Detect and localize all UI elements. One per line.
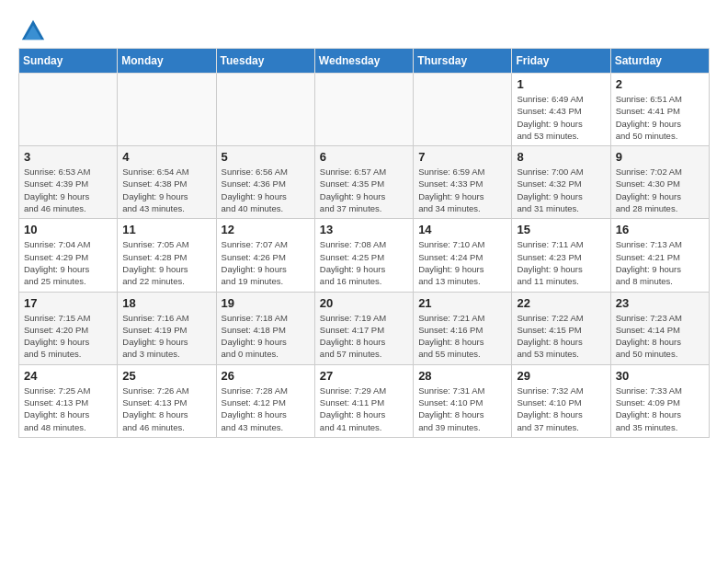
day-number: 21 bbox=[418, 296, 506, 310]
day-cell: 15Sunrise: 7:11 AM Sunset: 4:23 PM Dayli… bbox=[512, 219, 610, 292]
header-row: SundayMondayTuesdayWednesdayThursdayFrid… bbox=[19, 49, 710, 74]
day-cell bbox=[216, 74, 314, 146]
day-cell: 2Sunrise: 6:51 AM Sunset: 4:41 PM Daylig… bbox=[610, 74, 709, 146]
day-info: Sunrise: 7:05 AM Sunset: 4:28 PM Dayligh… bbox=[122, 238, 210, 287]
day-number: 11 bbox=[122, 223, 210, 236]
day-cell: 4Sunrise: 6:54 AM Sunset: 4:38 PM Daylig… bbox=[118, 146, 216, 219]
day-number: 29 bbox=[517, 369, 605, 383]
logo-icon bbox=[20, 18, 46, 44]
day-cell: 3Sunrise: 6:53 AM Sunset: 4:39 PM Daylig… bbox=[19, 146, 118, 219]
day-info: Sunrise: 6:57 AM Sunset: 4:35 PM Dayligh… bbox=[320, 166, 408, 214]
day-info: Sunrise: 6:54 AM Sunset: 4:38 PM Dayligh… bbox=[122, 166, 210, 214]
day-info: Sunrise: 7:31 AM Sunset: 4:10 PM Dayligh… bbox=[418, 385, 506, 433]
day-cell: 24Sunrise: 7:25 AM Sunset: 4:13 PM Dayli… bbox=[19, 364, 118, 437]
day-cell: 9Sunrise: 7:02 AM Sunset: 4:30 PM Daylig… bbox=[610, 146, 709, 219]
day-cell: 10Sunrise: 7:04 AM Sunset: 4:29 PM Dayli… bbox=[19, 219, 118, 292]
day-number: 22 bbox=[517, 296, 605, 310]
day-info: Sunrise: 6:51 AM Sunset: 4:41 PM Dayligh… bbox=[616, 93, 704, 142]
day-cell: 22Sunrise: 7:22 AM Sunset: 4:15 PM Dayli… bbox=[512, 292, 610, 364]
day-cell bbox=[19, 74, 118, 146]
day-cell: 16Sunrise: 7:13 AM Sunset: 4:21 PM Dayli… bbox=[610, 219, 709, 292]
day-number: 13 bbox=[320, 223, 408, 236]
day-cell: 7Sunrise: 6:59 AM Sunset: 4:33 PM Daylig… bbox=[414, 146, 512, 219]
header-cell-friday: Friday bbox=[512, 49, 610, 74]
day-number: 16 bbox=[616, 223, 704, 236]
day-info: Sunrise: 7:11 AM Sunset: 4:23 PM Dayligh… bbox=[517, 238, 605, 287]
day-info: Sunrise: 7:10 AM Sunset: 4:24 PM Dayligh… bbox=[418, 238, 506, 287]
day-cell bbox=[118, 74, 216, 146]
day-info: Sunrise: 7:28 AM Sunset: 4:12 PM Dayligh… bbox=[222, 385, 310, 433]
day-number: 19 bbox=[222, 296, 310, 310]
day-info: Sunrise: 7:16 AM Sunset: 4:19 PM Dayligh… bbox=[122, 312, 210, 361]
calendar-header: SundayMondayTuesdayWednesdayThursdayFrid… bbox=[19, 49, 710, 74]
calendar-table: SundayMondayTuesdayWednesdayThursdayFrid… bbox=[18, 48, 710, 438]
day-cell: 14Sunrise: 7:10 AM Sunset: 4:24 PM Dayli… bbox=[414, 219, 512, 292]
week-row-1: 3Sunrise: 6:53 AM Sunset: 4:39 PM Daylig… bbox=[19, 146, 710, 219]
day-info: Sunrise: 7:23 AM Sunset: 4:14 PM Dayligh… bbox=[616, 312, 704, 361]
day-number: 8 bbox=[517, 150, 605, 164]
day-cell: 18Sunrise: 7:16 AM Sunset: 4:19 PM Dayli… bbox=[118, 292, 216, 364]
day-number: 10 bbox=[24, 223, 112, 236]
day-info: Sunrise: 7:19 AM Sunset: 4:17 PM Dayligh… bbox=[320, 312, 408, 361]
week-row-3: 17Sunrise: 7:15 AM Sunset: 4:20 PM Dayli… bbox=[19, 292, 710, 364]
day-cell: 8Sunrise: 7:00 AM Sunset: 4:32 PM Daylig… bbox=[512, 146, 610, 219]
day-cell: 12Sunrise: 7:07 AM Sunset: 4:26 PM Dayli… bbox=[216, 219, 314, 292]
week-row-0: 1Sunrise: 6:49 AM Sunset: 4:43 PM Daylig… bbox=[19, 74, 710, 146]
day-info: Sunrise: 7:21 AM Sunset: 4:16 PM Dayligh… bbox=[418, 312, 506, 361]
day-cell: 19Sunrise: 7:18 AM Sunset: 4:18 PM Dayli… bbox=[216, 292, 314, 364]
day-number: 6 bbox=[320, 150, 408, 164]
day-cell: 21Sunrise: 7:21 AM Sunset: 4:16 PM Dayli… bbox=[414, 292, 512, 364]
day-number: 30 bbox=[616, 369, 704, 383]
header-cell-tuesday: Tuesday bbox=[216, 49, 314, 74]
day-info: Sunrise: 7:33 AM Sunset: 4:09 PM Dayligh… bbox=[616, 385, 704, 433]
day-number: 25 bbox=[122, 369, 210, 383]
day-number: 24 bbox=[24, 369, 112, 383]
day-number: 2 bbox=[616, 77, 704, 91]
day-cell: 23Sunrise: 7:23 AM Sunset: 4:14 PM Dayli… bbox=[610, 292, 709, 364]
day-info: Sunrise: 7:15 AM Sunset: 4:20 PM Dayligh… bbox=[24, 312, 112, 361]
week-row-4: 24Sunrise: 7:25 AM Sunset: 4:13 PM Dayli… bbox=[19, 364, 710, 437]
day-cell: 17Sunrise: 7:15 AM Sunset: 4:20 PM Dayli… bbox=[19, 292, 118, 364]
calendar-body: 1Sunrise: 6:49 AM Sunset: 4:43 PM Daylig… bbox=[19, 74, 710, 438]
day-info: Sunrise: 7:32 AM Sunset: 4:10 PM Dayligh… bbox=[517, 385, 605, 433]
day-info: Sunrise: 6:49 AM Sunset: 4:43 PM Dayligh… bbox=[517, 93, 605, 142]
day-info: Sunrise: 6:53 AM Sunset: 4:39 PM Dayligh… bbox=[24, 166, 112, 214]
day-number: 27 bbox=[320, 369, 408, 383]
header-cell-wednesday: Wednesday bbox=[314, 49, 413, 74]
day-cell: 20Sunrise: 7:19 AM Sunset: 4:17 PM Dayli… bbox=[314, 292, 413, 364]
header-cell-sunday: Sunday bbox=[19, 49, 118, 74]
day-cell: 13Sunrise: 7:08 AM Sunset: 4:25 PM Dayli… bbox=[314, 219, 413, 292]
day-cell: 6Sunrise: 6:57 AM Sunset: 4:35 PM Daylig… bbox=[314, 146, 413, 219]
day-cell: 1Sunrise: 6:49 AM Sunset: 4:43 PM Daylig… bbox=[512, 74, 610, 146]
day-number: 9 bbox=[616, 150, 704, 164]
day-info: Sunrise: 7:25 AM Sunset: 4:13 PM Dayligh… bbox=[24, 385, 112, 433]
day-number: 18 bbox=[122, 296, 210, 310]
day-cell: 25Sunrise: 7:26 AM Sunset: 4:13 PM Dayli… bbox=[118, 364, 216, 437]
day-number: 15 bbox=[517, 223, 605, 236]
header-cell-saturday: Saturday bbox=[610, 49, 709, 74]
day-cell: 29Sunrise: 7:32 AM Sunset: 4:10 PM Dayli… bbox=[512, 364, 610, 437]
header-cell-thursday: Thursday bbox=[414, 49, 512, 74]
day-cell: 28Sunrise: 7:31 AM Sunset: 4:10 PM Dayli… bbox=[414, 364, 512, 437]
day-number: 4 bbox=[122, 150, 210, 164]
day-number: 5 bbox=[222, 150, 310, 164]
day-number: 28 bbox=[418, 369, 506, 383]
day-cell bbox=[314, 74, 413, 146]
day-cell: 30Sunrise: 7:33 AM Sunset: 4:09 PM Dayli… bbox=[610, 364, 709, 437]
day-number: 17 bbox=[24, 296, 112, 310]
day-cell: 11Sunrise: 7:05 AM Sunset: 4:28 PM Dayli… bbox=[118, 219, 216, 292]
header bbox=[18, 15, 710, 44]
day-info: Sunrise: 7:13 AM Sunset: 4:21 PM Dayligh… bbox=[616, 238, 704, 287]
day-info: Sunrise: 6:56 AM Sunset: 4:36 PM Dayligh… bbox=[222, 166, 310, 214]
day-number: 26 bbox=[222, 369, 310, 383]
day-info: Sunrise: 7:08 AM Sunset: 4:25 PM Dayligh… bbox=[320, 238, 408, 287]
day-info: Sunrise: 6:59 AM Sunset: 4:33 PM Dayligh… bbox=[418, 166, 506, 214]
week-row-2: 10Sunrise: 7:04 AM Sunset: 4:29 PM Dayli… bbox=[19, 219, 710, 292]
day-number: 3 bbox=[24, 150, 112, 164]
day-info: Sunrise: 7:22 AM Sunset: 4:15 PM Dayligh… bbox=[517, 312, 605, 361]
day-info: Sunrise: 7:07 AM Sunset: 4:26 PM Dayligh… bbox=[222, 238, 310, 287]
day-info: Sunrise: 7:02 AM Sunset: 4:30 PM Dayligh… bbox=[616, 166, 704, 214]
day-info: Sunrise: 7:04 AM Sunset: 4:29 PM Dayligh… bbox=[24, 238, 112, 287]
header-cell-monday: Monday bbox=[118, 49, 216, 74]
day-cell: 27Sunrise: 7:29 AM Sunset: 4:11 PM Dayli… bbox=[314, 364, 413, 437]
